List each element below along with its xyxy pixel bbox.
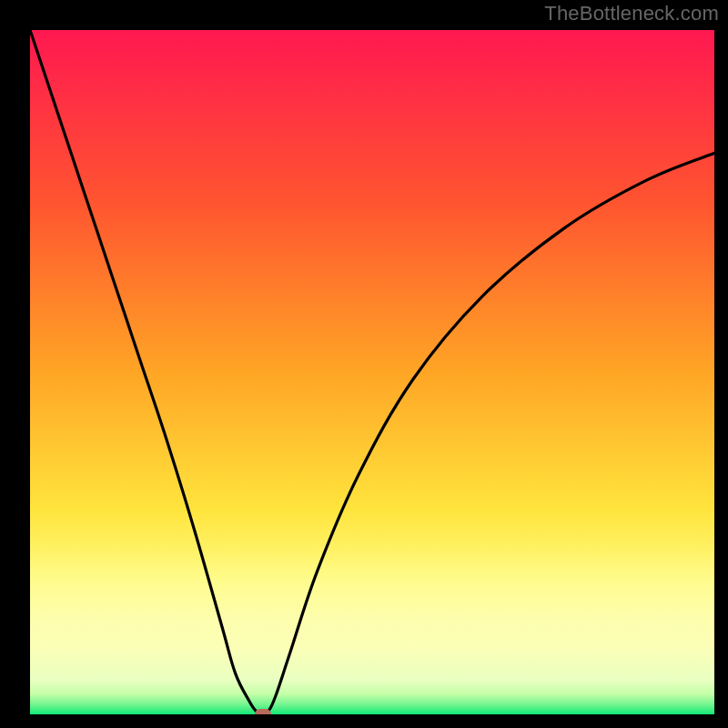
curve-path [30, 30, 714, 714]
chart-frame: TheBottleneck.com [0, 0, 728, 728]
watermark-text: TheBottleneck.com [544, 2, 719, 25]
optimum-marker [255, 709, 271, 714]
plot-area [30, 30, 714, 714]
bottleneck-curve [30, 30, 714, 714]
